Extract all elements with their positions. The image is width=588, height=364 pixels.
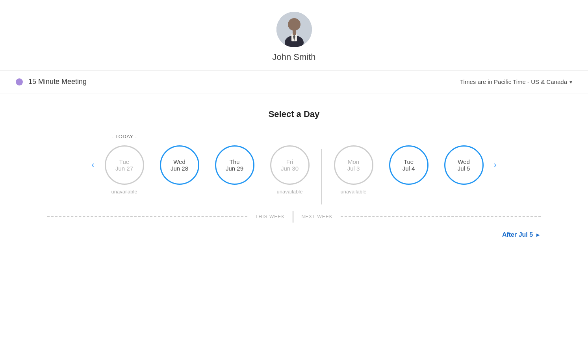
day-col-tue-jun27: - TODAY - Tue Jun 27 unavailable <box>101 134 148 195</box>
profile-name: John Smith <box>272 52 315 62</box>
day-circle-fri-jun30[interactable]: Fri Jun 30 <box>270 145 310 185</box>
meeting-left: 15 Minute Meeting <box>16 78 87 86</box>
meeting-title: 15 Minute Meeting <box>28 78 87 86</box>
meeting-dot <box>16 78 23 85</box>
day-col-fri-jun30: Fri Jun 30 unavailable <box>266 134 313 195</box>
main-content: Select a Day ‹ - TODAY - Tue Jun 27 unav… <box>0 93 588 293</box>
prev-nav-button[interactable]: ‹ <box>85 160 100 170</box>
day-date-tue-jul4: Jul 4 <box>403 165 415 172</box>
day-date-wed-jun28: Jun 28 <box>171 165 188 172</box>
day-date-fri-jun30: Jun 30 <box>281 165 299 172</box>
this-week-days: - TODAY - Tue Jun 27 unavailable Wed Jun… <box>101 134 313 195</box>
profile-section: John Smith <box>0 0 588 70</box>
select-day-title: Select a Day <box>24 109 564 119</box>
after-jul5-label: After Jul 5 <box>502 231 533 238</box>
next-week-line <box>341 216 541 217</box>
day-circle-tue-jun27[interactable]: Tue Jun 27 <box>105 145 144 185</box>
day-date-wed-jul5: Jul 5 <box>458 165 470 172</box>
unavailable-label-mon-jul3: unavailable <box>341 189 367 195</box>
day-date-thu-jun29: Jun 29 <box>226 165 243 172</box>
calendar-row: ‹ - TODAY - Tue Jun 27 unavailable Wed J… <box>24 134 564 204</box>
after-jul5-button[interactable]: After Jul 5 ► <box>502 231 541 238</box>
day-name-thu-jun29: Thu <box>230 158 240 165</box>
avatar <box>276 12 312 47</box>
svg-point-1 <box>288 18 300 31</box>
today-label: - TODAY - <box>112 134 137 141</box>
day-col-mon-jul3: Mon Jul 3 unavailable <box>330 134 377 195</box>
next-nav-button[interactable]: › <box>488 160 503 170</box>
unavailable-label-tue-jun27: unavailable <box>111 189 137 195</box>
timezone-button[interactable]: Times are in Pacific Time - US & Canada … <box>460 78 572 85</box>
chevron-right-icon: › <box>494 160 497 170</box>
timezone-label: Times are in Pacific Time - US & Canada <box>460 78 567 85</box>
week-labels-row: THIS WEEK NEXT WEEK <box>47 214 541 219</box>
day-name-wed-jun28: Wed <box>173 158 185 165</box>
day-name-fri-jun30: Fri <box>286 158 293 165</box>
meeting-bar: 15 Minute Meeting Times are in Pacific T… <box>0 71 588 93</box>
arrow-right-icon: ► <box>535 232 541 238</box>
day-name-mon-jul3: Mon <box>348 158 359 165</box>
day-name-wed-jul5: Wed <box>458 158 470 165</box>
day-col-tue-jul4: Tue Jul 4 <box>385 134 432 189</box>
week-separator <box>321 149 322 204</box>
day-col-wed-jun28: Wed Jun 28 <box>156 134 203 189</box>
after-link-row: After Jul 5 ► <box>24 219 564 238</box>
week-center-divider <box>293 211 293 223</box>
day-circle-wed-jun28[interactable]: Wed Jun 28 <box>160 145 199 185</box>
day-col-wed-jul5: Wed Jul 5 <box>440 134 488 189</box>
this-week-line <box>47 216 247 217</box>
this-week-label: THIS WEEK <box>247 214 293 219</box>
day-name-tue-jul4: Tue <box>404 158 414 165</box>
chevron-down-icon: ▾ <box>569 79 572 85</box>
chevron-left-icon: ‹ <box>91 160 94 170</box>
cursor-area <box>24 238 564 278</box>
unavailable-label-fri-jun30: unavailable <box>277 189 303 195</box>
next-week-label: NEXT WEEK <box>293 214 340 219</box>
day-date-mon-jul3: Jul 3 <box>347 165 360 172</box>
day-circle-thu-jun29[interactable]: Thu Jun 29 <box>215 145 254 185</box>
day-circle-tue-jul4[interactable]: Tue Jul 4 <box>389 145 428 185</box>
day-col-thu-jun29: Thu Jun 29 <box>211 134 258 189</box>
next-week-days: Mon Jul 3 unavailable Tue Jul 4 Wed <box>330 134 488 195</box>
day-name-tue-jun27: Tue <box>119 158 129 165</box>
day-circle-mon-jul3[interactable]: Mon Jul 3 <box>334 145 373 185</box>
day-date-tue-jun27: Jun 27 <box>115 165 133 172</box>
day-circle-wed-jul5[interactable]: Wed Jul 5 <box>444 145 484 185</box>
svg-rect-5 <box>293 30 296 35</box>
